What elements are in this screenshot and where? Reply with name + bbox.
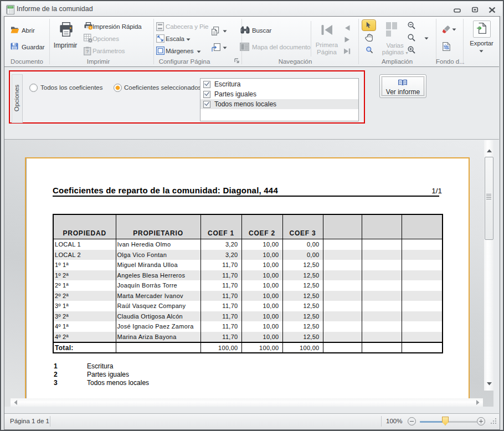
svg-text:?: ? [86,49,89,54]
